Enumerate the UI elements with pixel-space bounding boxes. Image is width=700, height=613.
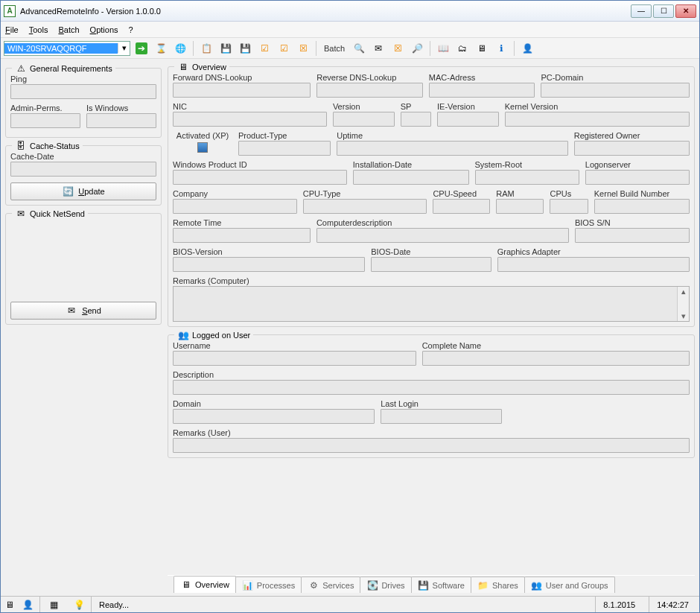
menubar: File Tools Batch Options ? (1, 22, 699, 38)
host-combo[interactable]: WIN-20SRVAQQRQF ▾ (4, 41, 130, 56)
ie-field (437, 112, 499, 127)
tab-overview[interactable]: 🖥Overview (174, 576, 236, 593)
network-button[interactable]: 🌐 (172, 40, 188, 57)
monitor-button[interactable]: 🖥 (474, 40, 490, 57)
user-search-icon: 🔎 (411, 42, 423, 54)
menu-batch[interactable]: Batch (58, 25, 79, 34)
tree-button[interactable]: 🗂 (454, 40, 471, 57)
logon-field (585, 170, 690, 185)
user-button[interactable]: 👤 (519, 40, 535, 57)
left-panel: ⚠General Requirements Ping Admin-Perms. … (1, 59, 166, 596)
biosdate-field (371, 257, 491, 272)
wpid-field (173, 170, 347, 185)
ptype-field (238, 141, 331, 156)
window-title: AdvancedRemoteInfo - Version 1.0.0.0 (20, 7, 631, 16)
fwddns-field (173, 83, 311, 98)
toolbar: WIN-20SRVAQQRQF ▾ ➔ ⌛ 🌐 📋 💾 💾 ☑ ☑ ☒ Batc… (1, 38, 699, 59)
copy-icon: 📋 (200, 42, 212, 54)
group-general-title: General Requirements (30, 64, 112, 73)
titlebar: A AdvancedRemoteInfo - Version 1.0.0.0 —… (1, 1, 699, 22)
cpuspeed-field (433, 199, 490, 214)
check-icon: ☑ (278, 42, 290, 54)
hourglass-icon: ⌛ (155, 42, 167, 54)
monitor-icon: 🖥 (4, 599, 16, 611)
copy-button[interactable]: 📋 (198, 40, 214, 57)
chevron-down-icon[interactable]: ▾ (118, 43, 130, 53)
tab-processes[interactable]: 📊Processes (235, 577, 302, 593)
mail-icon: ✉ (66, 305, 77, 317)
activated-checkbox[interactable] (197, 142, 208, 153)
refresh-icon: 🔄 (62, 185, 74, 197)
check1-button[interactable]: ☑ (256, 40, 273, 57)
tab-drives[interactable]: 💽Drives (360, 577, 411, 593)
bulb-icon: 💡 (73, 599, 85, 611)
cancel-button[interactable]: ☒ (295, 40, 311, 57)
remarks-computer-field[interactable]: ▴▾ (173, 286, 690, 322)
status-date: 8.1.2015 (603, 600, 635, 609)
save-icon: 💾 (418, 579, 430, 591)
save-all-button[interactable]: 💾 (237, 40, 253, 57)
scrollbar[interactable]: ▴▾ (677, 287, 689, 321)
search-icon: 🔍 (353, 42, 365, 54)
overview-title: Overview (192, 63, 226, 72)
update-button[interactable]: 🔄Update (10, 182, 156, 200)
check2-button[interactable]: ☑ (276, 40, 292, 57)
mac-field (429, 83, 535, 98)
statusbar: 🖥 👤 ▦ 💡 Ready... 8.1.2015 14:42:27 (1, 596, 699, 612)
tab-services[interactable]: ⚙Services (301, 577, 360, 593)
admin-label: Admin-Perms. (10, 104, 80, 112)
menu-help[interactable]: ? (129, 25, 133, 34)
menu-tools[interactable]: Tools (29, 25, 48, 34)
cpus-field (550, 199, 588, 214)
info-button[interactable]: ℹ (493, 40, 509, 57)
monitor-icon: 🖥 (476, 42, 488, 54)
book-icon: 📖 (437, 42, 449, 54)
app-window: A AdvancedRemoteInfo - Version 1.0.0.0 —… (0, 0, 700, 613)
history-button[interactable]: ⌛ (153, 40, 169, 57)
host-combo-value: WIN-20SRVAQQRQF (4, 43, 118, 54)
monitor-icon: 🖥 (180, 579, 192, 591)
user-icon: 👤 (521, 42, 533, 54)
menu-options[interactable]: Options (90, 25, 118, 34)
sp-field (401, 112, 431, 127)
version-field (333, 112, 395, 127)
check-icon: ☑ (258, 42, 270, 54)
send-button[interactable]: ✉Send (10, 302, 156, 320)
ram-field (496, 199, 544, 214)
biosver-field (173, 257, 365, 272)
group-cache-title: Cache-Status (30, 142, 80, 150)
tab-software[interactable]: 💾Software (411, 577, 471, 593)
batch-user-button[interactable]: 🔎 (409, 40, 425, 57)
userdomain-field (173, 409, 375, 424)
menu-file[interactable]: File (5, 25, 19, 34)
remarks-user-field (173, 438, 690, 453)
grid-icon: ▦ (48, 599, 60, 611)
iswin-field (86, 113, 156, 128)
book-button[interactable]: 📖 (435, 40, 451, 57)
nic-field (173, 112, 327, 127)
maximize-button[interactable]: ☐ (653, 4, 674, 18)
tree-icon: 🗂 (456, 42, 468, 54)
admin-field (10, 113, 80, 128)
cdesc-field (316, 228, 569, 243)
rtime-field (173, 228, 311, 243)
gfx-field (497, 257, 690, 272)
arrow-right-icon: ➔ (136, 42, 147, 54)
group-user: 👥Logged on User Username Complete Name D… (168, 334, 695, 458)
go-button[interactable]: ➔ (133, 40, 150, 57)
userdesc-field (173, 380, 690, 395)
save-button[interactable]: 💾 (217, 40, 234, 57)
status-time: 14:42:27 (657, 600, 689, 609)
regowner-field (574, 141, 690, 156)
tab-users[interactable]: 👥User and Groups (524, 577, 615, 593)
batch-search-button[interactable]: 🔍 (351, 40, 367, 57)
batch-mail-button[interactable]: ✉ (370, 40, 386, 57)
batch-cancel-button[interactable]: ☒ (389, 40, 406, 57)
process-icon: 📊 (242, 579, 254, 591)
drive-icon: 💽 (366, 579, 378, 591)
user-icon: 👤 (22, 599, 34, 611)
tab-shares[interactable]: 📁Shares (471, 577, 525, 593)
instdate-field (353, 170, 469, 185)
minimize-button[interactable]: — (631, 4, 652, 18)
close-button[interactable]: ✕ (675, 4, 696, 18)
